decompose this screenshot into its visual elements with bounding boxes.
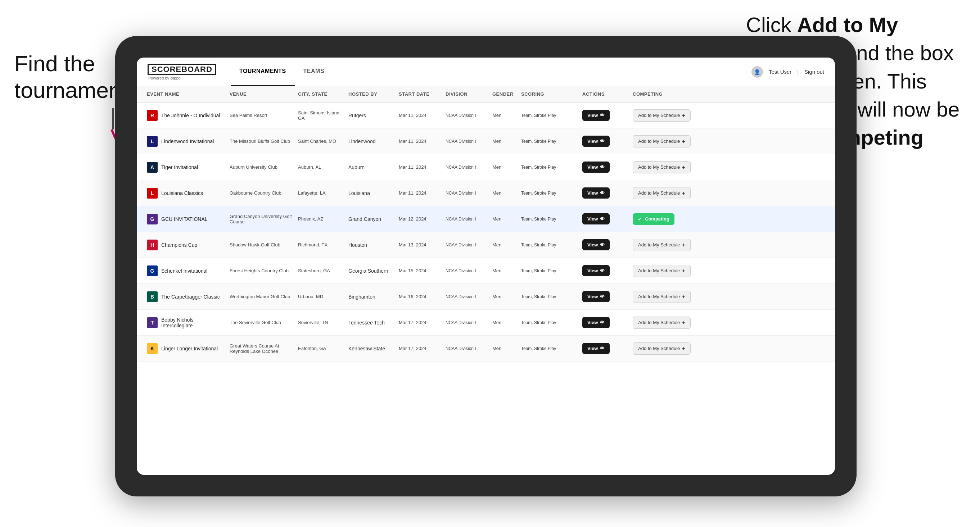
event-name: Tiger Invitational [161,164,198,170]
hosted-cell: Kennesaw State [345,342,396,355]
add-schedule-label: Add to My Schedule [638,346,680,351]
division-cell: NCAA Division I [443,265,490,277]
plus-icon: + [682,268,685,274]
add-schedule-button[interactable]: Add to My Schedule + [633,343,690,355]
view-button[interactable]: View 👁 [582,136,610,147]
team-logo: A [147,162,158,173]
event-name-cell: H Champions Cup [144,236,227,254]
actions-cell: View 👁 [579,313,630,332]
event-name: Bobby Nichols Intercollegiate [161,317,224,329]
venue-cell: Sea Palms Resort [227,109,295,122]
plus-icon: + [682,138,685,144]
view-button[interactable]: View 👁 [582,239,610,250]
tablet-screen: SCOREBOARD Powered by clippd TOURNAMENTS… [137,57,835,475]
hosted-cell: Rutgers [345,109,396,122]
view-button[interactable]: View 👁 [582,265,610,276]
add-schedule-button[interactable]: Add to My Schedule + [633,317,690,329]
view-label: View [587,294,598,299]
event-name-cell: K Linger Longer Invitational [144,340,227,357]
actions-cell: View 👁 [579,132,630,150]
city-cell: Statesboro, GA [295,264,345,277]
venue-cell: Forest Heights Country Club [227,264,295,277]
add-schedule-button[interactable]: Add to My Schedule + [633,290,690,303]
actions-cell: View 👁 [579,210,630,228]
logo-sub: Powered by clippd [148,76,216,80]
competing-cell: Add to My Schedule + [630,287,709,306]
eye-icon: 👁 [600,113,605,118]
competing-cell: Add to My Schedule + [630,313,709,332]
hosted-cell: Houston [345,238,396,251]
competing-cell: Add to My Schedule + [630,339,709,358]
view-button[interactable]: View 👁 [582,187,610,198]
col-venue: VENUE [227,86,295,102]
event-name-cell: G Schenkel Invitational [144,262,227,280]
add-schedule-button[interactable]: Add to My Schedule + [633,265,690,277]
check-icon: ✓ [638,216,642,222]
division-cell: NCAA Division I [443,161,490,173]
view-button[interactable]: View 👁 [582,110,610,121]
team-logo: G [147,265,158,276]
col-city-state: CITY, STATE [295,86,345,102]
eye-icon: 👁 [600,268,605,273]
scoring-cell: Team, Stroke Play [518,317,579,329]
table-row: R The Johnnie - O Individual Sea Palms R… [137,103,835,129]
tab-teams[interactable]: TEAMS [295,57,333,86]
division-cell: NCAA Division I [443,213,490,225]
view-button[interactable]: View 👁 [582,343,610,354]
view-label: View [587,138,598,144]
col-actions: ACTIONS [579,86,630,102]
eye-icon: 👁 [600,216,605,222]
scoring-cell: Team, Stroke Play [518,213,579,225]
division-cell: NCAA Division I [443,135,490,148]
view-label: View [587,164,598,170]
gender-cell: Men [490,135,518,148]
competing-button[interactable]: ✓ Competing [633,213,675,225]
col-division: DIVISION [443,86,490,102]
user-name: Test User [769,69,791,75]
table-header: EVENT NAME VENUE CITY, STATE HOSTED BY S… [137,86,835,103]
venue-cell: The Missouri Bluffs Golf Club [227,135,295,148]
event-name: Lindenwood Invitational [161,138,214,144]
view-button[interactable]: View 👁 [582,213,610,224]
gender-cell: Men [490,187,518,199]
venue-cell: Auburn University Club [227,161,295,173]
col-gender: GENDER [490,86,518,102]
table-row: T Bobby Nichols Intercollegiate The Sevi… [137,310,835,336]
add-schedule-button[interactable]: Add to My Schedule + [633,110,690,122]
col-competing: COMPETING [630,86,709,102]
add-schedule-button[interactable]: Add to My Schedule + [633,187,690,199]
city-cell: Saint Simons Island, GA [295,106,345,124]
event-name: Linger Longer Invitational [161,346,218,351]
eye-icon: 👁 [600,242,605,248]
add-schedule-label: Add to My Schedule [638,268,680,273]
division-cell: NCAA Division I [443,317,490,329]
scoring-cell: Team, Stroke Play [518,343,579,355]
actions-cell: View 👁 [579,287,630,306]
sign-out-link[interactable]: Sign out [804,69,824,75]
tab-tournaments[interactable]: TOURNAMENTS [231,57,295,86]
view-button[interactable]: View 👁 [582,291,610,302]
city-cell: Lafayette, LA [295,187,345,199]
table-row: G GCU INVITATIONAL Grand Canyon Universi… [137,206,835,232]
team-logo: R [147,110,158,121]
event-name: GCU INVITATIONAL [161,216,208,222]
col-hosted-by: HOSTED BY [345,86,396,102]
eye-icon: 👁 [600,138,605,144]
actions-cell: View 👁 [579,262,630,280]
actions-cell: View 👁 [579,184,630,202]
add-schedule-button[interactable]: Add to My Schedule + [633,161,690,173]
venue-cell: Oakbourne Country Club [227,187,295,199]
date-cell: Mar 15, 2024 [396,264,443,277]
view-button[interactable]: View 👁 [582,162,610,173]
add-schedule-button[interactable]: Add to My Schedule + [633,135,690,148]
event-name-cell: T Bobby Nichols Intercollegiate [144,313,227,332]
city-cell: Urbana, MD [295,290,345,303]
date-cell: Mar 16, 2024 [396,290,443,303]
event-name: Louisiana Classics [161,190,203,196]
view-label: View [587,320,598,325]
add-schedule-button[interactable]: Add to My Schedule + [633,239,690,251]
view-button[interactable]: View 👁 [582,317,610,328]
city-cell: Richmond, TX [295,238,345,251]
event-name-cell: L Lindenwood Invitational [144,132,227,150]
eye-icon: 👁 [600,320,605,325]
